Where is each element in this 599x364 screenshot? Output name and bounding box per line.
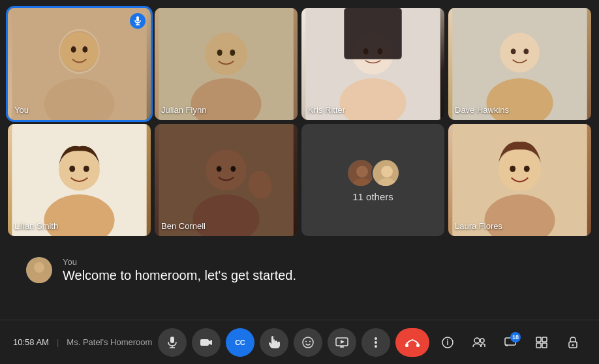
time-divider: | (57, 337, 59, 347)
svg-point-5 (71, 46, 76, 53)
tile-label-ben: Ben Cornell (161, 221, 206, 231)
meeting-time: 10:58 AM (13, 337, 49, 347)
svg-point-4 (60, 32, 99, 70)
video-tile-ben: Ben Cornell (155, 124, 298, 236)
svg-point-20 (377, 48, 382, 55)
bottom-bar: 10:58 AM | Ms. Patel's Homeroom CC (0, 320, 599, 364)
video-grid: You Julian Flynn (0, 0, 599, 241)
video-tile-lilian: Lilian Smith (8, 124, 151, 236)
others-count-label: 11 others (352, 191, 393, 202)
svg-point-35 (217, 166, 222, 172)
svg-point-36 (230, 166, 236, 172)
svg-point-34 (206, 149, 247, 190)
info-button[interactable] (435, 329, 461, 356)
svg-rect-57 (200, 339, 209, 346)
chat-notification-badge: 18 (510, 332, 521, 342)
svg-point-13 (217, 50, 223, 56)
svg-point-23 (500, 33, 540, 72)
svg-point-12 (205, 33, 247, 75)
tile-label-julian: Julian Flynn (161, 105, 206, 115)
tile-label-kris: Kris Ritter (308, 105, 345, 115)
svg-point-52 (34, 262, 44, 273)
controls-center: CC (158, 328, 429, 357)
video-tile-julian: Julian Flynn (155, 8, 298, 120)
video-tile-laura: Laura Flores (448, 124, 591, 236)
tile-label-you: You (14, 105, 29, 115)
mic-active-badge (130, 13, 146, 29)
svg-point-24 (511, 48, 516, 54)
chat-speaker-avatar (26, 257, 52, 283)
svg-point-59 (305, 341, 307, 342)
chat-button[interactable]: 18 (497, 329, 523, 356)
meeting-info: 10:58 AM | Ms. Patel's Homeroom (13, 337, 152, 347)
mic-button[interactable] (158, 328, 187, 357)
svg-point-74 (480, 339, 484, 342)
activities-button[interactable] (529, 329, 555, 356)
video-tile-others[interactable]: 11 others (301, 124, 444, 236)
svg-rect-77 (542, 337, 547, 342)
cc-label: CC (235, 339, 245, 346)
svg-point-66 (375, 341, 377, 344)
video-button[interactable] (192, 328, 221, 357)
lock-button[interactable] (560, 329, 586, 356)
svg-rect-18 (344, 8, 401, 59)
chat-content: You Welcome to homeroom, let's get start… (63, 257, 296, 283)
meeting-title: Ms. Patel's Homeroom (67, 337, 152, 347)
chat-area: You Welcome to homeroom, let's get start… (0, 241, 599, 299)
tile-label-laura: Laura Flores (455, 221, 502, 231)
svg-point-47 (499, 149, 541, 191)
people-button[interactable] (466, 329, 492, 356)
svg-rect-68 (405, 344, 408, 347)
svg-point-48 (510, 166, 515, 172)
svg-point-40 (356, 166, 368, 177)
svg-point-67 (375, 345, 377, 348)
svg-point-25 (523, 48, 529, 54)
others-avatar-1 (346, 159, 375, 187)
svg-point-43 (381, 166, 393, 177)
svg-point-72 (447, 339, 448, 341)
chat-message-text: Welcome to homeroom, let's get started. (63, 268, 296, 283)
svg-point-14 (230, 50, 235, 56)
svg-point-6 (82, 46, 87, 53)
svg-point-81 (572, 344, 574, 346)
others-avatars (346, 159, 400, 187)
svg-point-73 (474, 338, 480, 343)
svg-marker-64 (341, 340, 345, 344)
svg-point-19 (363, 48, 369, 55)
hand-button[interactable] (260, 328, 288, 357)
chat-speaker-name: You (63, 257, 296, 267)
more-button[interactable] (361, 328, 390, 357)
svg-rect-79 (542, 343, 547, 348)
svg-point-29 (69, 166, 75, 172)
video-tile-you: You (8, 8, 151, 120)
svg-rect-76 (536, 337, 541, 342)
others-avatar-2 (371, 159, 400, 187)
svg-point-58 (303, 337, 313, 348)
svg-rect-78 (536, 343, 541, 348)
share-button[interactable] (328, 328, 356, 357)
tile-label-dave: Dave Hawkins (455, 105, 509, 115)
controls-right: 18 (435, 329, 586, 356)
svg-point-30 (84, 166, 89, 172)
svg-point-49 (524, 166, 530, 172)
svg-point-65 (375, 337, 377, 340)
end-call-button[interactable] (395, 328, 429, 357)
tile-label-lilian: Lilian Smith (14, 221, 58, 231)
svg-rect-69 (416, 344, 420, 347)
svg-point-28 (59, 149, 100, 190)
video-tile-kris: Kris Ritter (301, 8, 444, 120)
cc-button[interactable]: CC (226, 328, 254, 357)
svg-rect-7 (136, 16, 139, 22)
video-tile-dave: Dave Hawkins (448, 8, 591, 120)
svg-point-60 (309, 341, 311, 342)
svg-rect-54 (170, 337, 174, 343)
emoji-button[interactable] (294, 328, 322, 357)
